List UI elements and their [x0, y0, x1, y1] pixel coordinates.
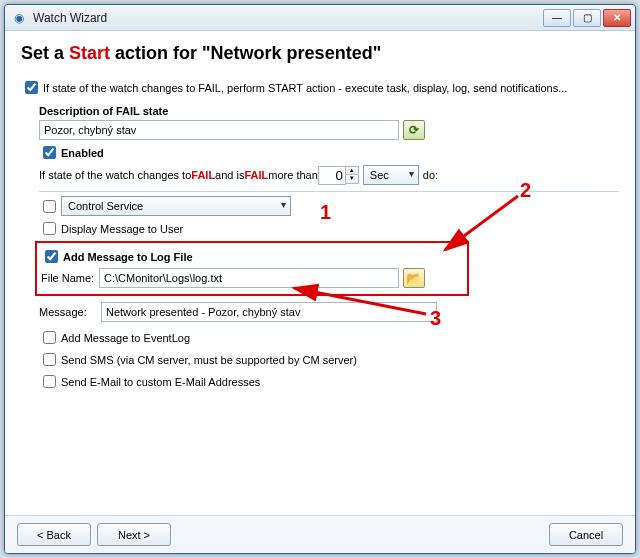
- heading-mid: action for ": [110, 43, 211, 63]
- file-name-label: File Name:: [41, 272, 99, 284]
- cond-fail-2: FAIL: [244, 169, 268, 181]
- add-log-highlight-box: Add Message to Log File File Name: 📂: [35, 241, 469, 296]
- callout-1: 1: [320, 201, 331, 224]
- cond-text-2: and is: [215, 169, 244, 181]
- enabled-label: Enabled: [61, 147, 104, 159]
- message-input[interactable]: [101, 302, 437, 322]
- window-title: Watch Wizard: [33, 11, 543, 25]
- folder-open-icon: 📂: [406, 271, 422, 286]
- browse-file-button[interactable]: 📂: [403, 268, 425, 288]
- email-checkbox[interactable]: [43, 375, 56, 388]
- cancel-button[interactable]: Cancel: [549, 523, 623, 546]
- sms-label: Send SMS (via CM server, must be support…: [61, 354, 357, 366]
- callout-3: 3: [430, 307, 441, 330]
- cond-text-1: If state of the watch changes to: [39, 169, 191, 181]
- titlebar: ◉ Watch Wizard — ▢ ✕: [5, 5, 635, 31]
- file-name-input[interactable]: [99, 268, 399, 288]
- next-button[interactable]: Next >: [97, 523, 171, 546]
- content-area: Set a Start action for "Network presente…: [5, 31, 635, 515]
- action-select[interactable]: Control Service: [61, 196, 291, 216]
- action-select-value: Control Service: [68, 200, 143, 212]
- message-label: Message:: [39, 306, 101, 318]
- callout-2: 2: [520, 179, 531, 202]
- refresh-description-button[interactable]: ⟳: [403, 120, 425, 140]
- cond-do: do:: [423, 169, 438, 181]
- maximize-button[interactable]: ▢: [573, 9, 601, 27]
- minimize-button[interactable]: —: [543, 9, 571, 27]
- enable-start-action-label: If state of the watch changes to FAIL, p…: [43, 82, 567, 94]
- eventlog-checkbox[interactable]: [43, 331, 56, 344]
- close-button[interactable]: ✕: [603, 9, 631, 27]
- heading-prefix: Set a: [21, 43, 69, 63]
- refresh-icon: ⟳: [409, 123, 419, 137]
- divider: [39, 191, 619, 192]
- wizard-window: ◉ Watch Wizard — ▢ ✕ Set a Start action …: [4, 4, 636, 554]
- enable-start-action-checkbox[interactable]: [25, 81, 38, 94]
- description-input[interactable]: [39, 120, 399, 140]
- description-label: Description of FAIL state: [39, 105, 168, 117]
- threshold-unit-select[interactable]: Sec: [363, 165, 419, 185]
- spin-down[interactable]: ▼: [345, 175, 359, 184]
- page-title: Set a Start action for "Network presente…: [21, 43, 619, 64]
- add-log-label: Add Message to Log File: [63, 251, 193, 263]
- eventlog-label: Add Message to EventLog: [61, 332, 190, 344]
- control-service-checkbox[interactable]: [43, 200, 56, 213]
- display-message-checkbox[interactable]: [43, 222, 56, 235]
- heading-watchname: Network presented: [211, 43, 373, 63]
- app-icon: ◉: [11, 10, 27, 26]
- add-log-checkbox[interactable]: [45, 250, 58, 263]
- threshold-unit-value: Sec: [370, 169, 389, 181]
- threshold-count-input[interactable]: [318, 166, 346, 185]
- display-message-label: Display Message to User: [61, 223, 183, 235]
- email-label: Send E-Mail to custom E-Mail Addresses: [61, 376, 260, 388]
- spin-up[interactable]: ▲: [345, 166, 359, 175]
- heading-suffix: ": [373, 43, 382, 63]
- cond-text-3: more than: [268, 169, 318, 181]
- cond-fail-1: FAIL: [191, 169, 215, 181]
- enabled-checkbox[interactable]: [43, 146, 56, 159]
- footer: < Back Next > Cancel: [5, 515, 635, 553]
- sms-checkbox[interactable]: [43, 353, 56, 366]
- heading-start: Start: [69, 43, 110, 63]
- back-button[interactable]: < Back: [17, 523, 91, 546]
